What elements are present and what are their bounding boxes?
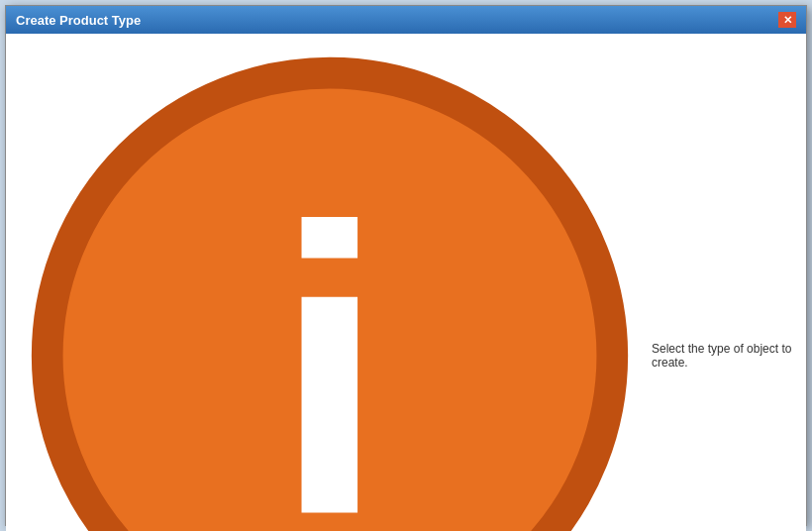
create-product-type-dialog: Create Product Type ✕ i Select the type … bbox=[5, 5, 807, 526]
close-button[interactable]: ✕ bbox=[778, 12, 796, 28]
info-icon: i bbox=[16, 42, 644, 531]
svg-text:i: i bbox=[273, 144, 386, 532]
dialog-title: Create Product Type bbox=[16, 13, 141, 28]
header-text: Select the type of object to create. bbox=[652, 342, 796, 370]
header-bar: i Select the type of object to create. bbox=[6, 34, 806, 531]
title-bar: Create Product Type ✕ bbox=[6, 6, 806, 34]
